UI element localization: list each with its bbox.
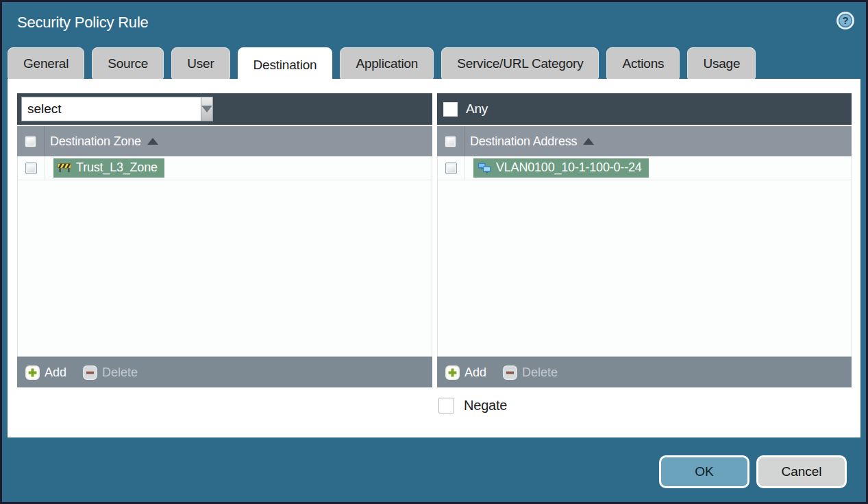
destination-tab-content: Destination Zone (8, 79, 860, 437)
address-row-checkbox[interactable] (445, 163, 457, 174)
zone-row-checkbox-cell (18, 156, 45, 180)
zone-toolbar (17, 93, 432, 125)
any-label: Any (466, 101, 488, 117)
any-row: Any (443, 101, 488, 117)
zone-icon (58, 163, 71, 173)
sort-ascending-icon (583, 138, 594, 145)
zone-select-input[interactable] (21, 97, 201, 121)
address-column-header-label: Destination Address (470, 134, 577, 149)
zone-row[interactable]: Trust_L3_Zone (18, 156, 432, 180)
sort-ascending-icon (147, 138, 158, 145)
help-icon[interactable]: ? (836, 11, 855, 30)
zone-add-label: Add (45, 365, 66, 380)
address-add-label: Add (464, 365, 486, 380)
zone-selected-chip[interactable]: Trust_L3_Zone (53, 158, 164, 178)
destination-address-panel: Any Destination Address (437, 93, 852, 387)
zone-list: Trust_L3_Zone (17, 156, 432, 357)
address-column-header[interactable]: Destination Address (470, 134, 594, 149)
tab-strip: General Source User Destination Applicat… (8, 47, 860, 83)
zone-footer-toolbar: Add Delete (17, 357, 432, 387)
zone-select-all-cell (17, 126, 45, 156)
tab-destination[interactable]: Destination (238, 47, 333, 83)
add-icon (25, 365, 40, 380)
zone-select-all-checkbox[interactable] (25, 136, 36, 147)
tab-usage[interactable]: Usage (687, 47, 756, 80)
address-selected-chip[interactable]: VLAN0100_10-1-100-0--24 (473, 158, 649, 178)
zone-select-combobox (21, 97, 199, 121)
address-icon (478, 163, 491, 173)
address-row-checkbox-cell (438, 156, 465, 180)
add-icon (445, 365, 460, 380)
delete-icon (503, 365, 517, 380)
address-name: VLAN0100_10-1-100-0--24 (496, 160, 642, 175)
zone-add-button[interactable]: Add (25, 365, 66, 380)
title-bar: Security Policy Rule ? (2, 2, 866, 46)
tab-service-url-category[interactable]: Service/URL Category (441, 47, 599, 80)
destination-zone-panel: Destination Zone (17, 93, 432, 387)
address-footer-toolbar: Add Delete (437, 357, 852, 387)
negate-label: Negate (464, 398, 507, 413)
negate-row: Negate (438, 398, 507, 413)
address-add-button[interactable]: Add (445, 365, 486, 380)
address-toolbar: Any (437, 93, 852, 125)
svg-text:?: ? (843, 14, 849, 26)
address-list: VLAN0100_10-1-100-0--24 (437, 156, 852, 357)
delete-icon (83, 365, 97, 380)
zone-column-header-label: Destination Zone (50, 134, 141, 149)
zone-delete-button[interactable]: Delete (83, 365, 138, 380)
zone-column-header-row: Destination Zone (17, 126, 432, 156)
zone-select-dropdown-button[interactable] (201, 97, 213, 121)
address-delete-button[interactable]: Delete (503, 365, 558, 380)
security-policy-rule-dialog: Security Policy Rule ? General Source Us… (0, 0, 868, 504)
address-delete-label: Delete (522, 365, 558, 380)
ok-button[interactable]: OK (659, 455, 749, 488)
address-select-all-checkbox[interactable] (445, 136, 456, 147)
zone-delete-label: Delete (102, 365, 138, 380)
cancel-button[interactable]: Cancel (756, 455, 847, 488)
address-column-header-row: Destination Address (437, 126, 852, 156)
chevron-down-icon (201, 106, 212, 112)
zone-column-header[interactable]: Destination Zone (50, 134, 158, 149)
address-row[interactable]: VLAN0100_10-1-100-0--24 (438, 156, 851, 180)
any-checkbox[interactable] (443, 102, 458, 117)
tab-general[interactable]: General (8, 47, 84, 80)
tab-user[interactable]: User (171, 47, 230, 80)
tab-application[interactable]: Application (340, 47, 434, 80)
zone-row-checkbox[interactable] (25, 163, 37, 174)
zone-name: Trust_L3_Zone (76, 160, 158, 175)
tab-source[interactable]: Source (92, 47, 164, 80)
negate-checkbox[interactable] (438, 398, 454, 413)
address-select-all-cell (437, 126, 464, 156)
dialog-title: Security Policy Rule (17, 14, 149, 32)
tab-actions[interactable]: Actions (606, 47, 680, 80)
